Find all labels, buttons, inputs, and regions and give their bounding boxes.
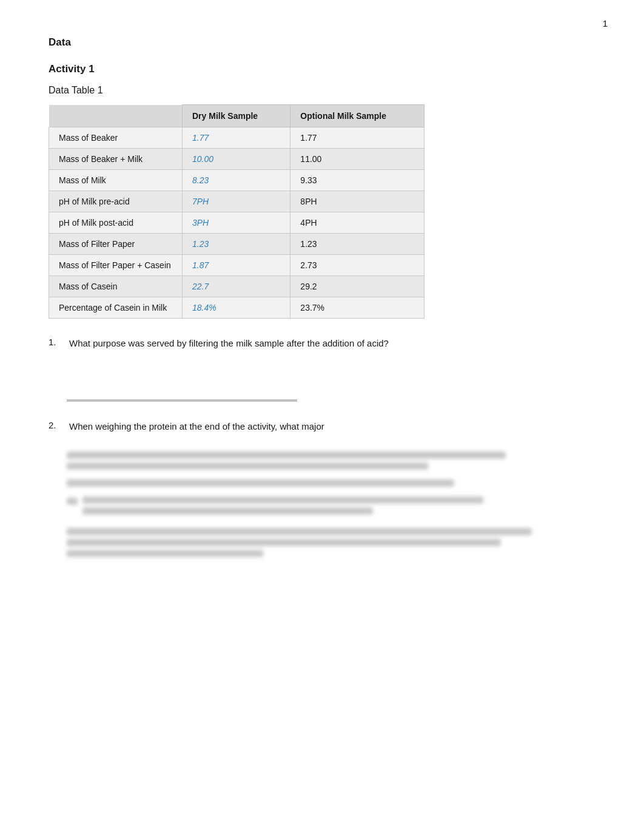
table-row: Mass of Milk8.239.33: [49, 170, 424, 191]
col-header-dry: Dry Milk Sample: [183, 105, 290, 127]
activity-heading: Activity 1: [49, 63, 583, 75]
row-optional-value: 8PH: [290, 191, 424, 212]
row-dry-value: 1.77: [183, 127, 290, 149]
table-row: pH of Milk post-acid3PH4PH: [49, 212, 424, 234]
row-optional-value: 9.33: [290, 170, 424, 191]
row-optional-value: 1.77: [290, 127, 424, 149]
blurred-block-3: [67, 496, 583, 518]
row-label: Mass of Filter Paper: [49, 234, 183, 255]
question-2-number: 2.: [49, 420, 63, 434]
row-label: Percentage of Casein in Milk: [49, 297, 183, 319]
data-table-label: Data Table 1: [49, 85, 583, 96]
row-label: Mass of Filter Paper + Casein: [49, 255, 183, 276]
blurred-block-2: [67, 479, 583, 487]
question-2-text: When weighing the protein at the end of …: [69, 420, 324, 434]
row-optional-value: 23.7%: [290, 297, 424, 319]
data-table: Dry Milk Sample Optional Milk Sample Mas…: [49, 104, 424, 319]
row-label: Mass of Casein: [49, 276, 183, 297]
row-dry-value: 3PH: [183, 212, 290, 234]
col-header-empty: [49, 105, 183, 127]
row-label: Mass of Milk: [49, 170, 183, 191]
table-row: Mass of Beaker + Milk10.0011.00: [49, 149, 424, 170]
table-row: Mass of Beaker1.771.77: [49, 127, 424, 149]
question-1: 1. What purpose was served by filtering …: [49, 337, 583, 351]
row-dry-value: 22.7: [183, 276, 290, 297]
row-label: Mass of Beaker + Milk: [49, 149, 183, 170]
row-optional-value: 4PH: [290, 212, 424, 234]
row-dry-value: 7PH: [183, 191, 290, 212]
question-1-text: What purpose was served by filtering the…: [69, 337, 389, 351]
section-heading: Data: [49, 36, 583, 49]
row-optional-value: 1.23: [290, 234, 424, 255]
blurred-block-4: [67, 528, 583, 557]
row-label: pH of Milk pre-acid: [49, 191, 183, 212]
row-optional-value: 11.00: [290, 149, 424, 170]
table-row: Percentage of Casein in Milk18.4%23.7%: [49, 297, 424, 319]
blurred-block-1: [67, 451, 583, 470]
table-row: Mass of Filter Paper1.231.23: [49, 234, 424, 255]
table-row: Mass of Casein22.729.2: [49, 276, 424, 297]
questions-section: 1. What purpose was served by filtering …: [49, 337, 583, 557]
row-dry-value: 18.4%: [183, 297, 290, 319]
row-dry-value: 1.23: [183, 234, 290, 255]
answer-line: [67, 399, 297, 402]
row-dry-value: 10.00: [183, 149, 290, 170]
table-row: Mass of Filter Paper + Casein1.872.73: [49, 255, 424, 276]
row-label: pH of Milk post-acid: [49, 212, 183, 234]
page-number: 1: [603, 18, 608, 29]
col-header-optional: Optional Milk Sample: [290, 105, 424, 127]
row-optional-value: 2.73: [290, 255, 424, 276]
question-2: 2. When weighing the protein at the end …: [49, 420, 583, 434]
question-1-number: 1.: [49, 337, 63, 351]
table-row: pH of Milk pre-acid7PH8PH: [49, 191, 424, 212]
blurred-section: [67, 451, 583, 557]
row-dry-value: 1.87: [183, 255, 290, 276]
row-optional-value: 29.2: [290, 276, 424, 297]
row-dry-value: 8.23: [183, 170, 290, 191]
row-label: Mass of Beaker: [49, 127, 183, 149]
